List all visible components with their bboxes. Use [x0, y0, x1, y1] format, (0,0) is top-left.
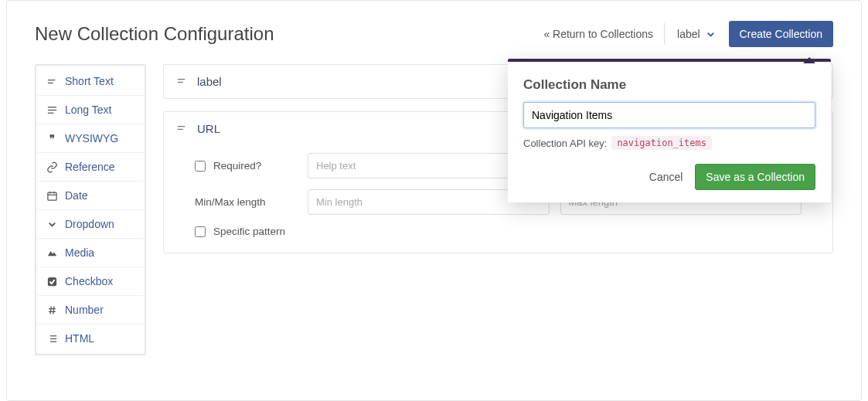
hash-icon — [46, 304, 58, 316]
popover-title: Collection Name — [523, 77, 815, 93]
chevron-down-icon — [705, 29, 717, 40]
sidebar-item-dropdown[interactable]: Dropdown — [38, 210, 143, 239]
sidebar-item-long-text[interactable]: Long Text — [38, 96, 143, 124]
quote-icon: ❞ — [46, 133, 58, 144]
sidebar-item-label: Long Text — [65, 104, 111, 116]
sidebar-item-reference[interactable]: Reference — [38, 153, 143, 182]
api-key-value: navigation_items — [611, 136, 712, 150]
sidebar-item-number[interactable]: Number — [38, 296, 143, 325]
required-checkbox[interactable] — [195, 161, 206, 172]
field-name: label — [197, 75, 222, 88]
page-title: New Collection Configuration — [35, 23, 274, 45]
calendar-icon — [46, 190, 58, 202]
divider — [664, 23, 665, 45]
svg-rect-5 — [47, 192, 56, 200]
svg-rect-10 — [47, 277, 56, 285]
sidebar-item-label: Dropdown — [65, 218, 114, 230]
create-collection-popover: Collection Name Collection API key: navi… — [508, 59, 831, 202]
sidebar-item-label: Reference — [65, 161, 115, 173]
svg-line-14 — [53, 306, 53, 314]
field-type-sidebar: Short Text Long Text ❞ WYSIWYG Reference — [35, 64, 146, 355]
return-to-collections-link[interactable]: « Return to Collections — [543, 28, 653, 40]
api-key-label: Collection API key: — [523, 138, 607, 149]
short-text-icon — [46, 76, 58, 87]
sidebar-item-label: Checkbox — [65, 275, 113, 287]
create-collection-button[interactable]: Create Collection — [729, 21, 833, 47]
sidebar-item-label: Number — [65, 304, 104, 316]
dropdown-label: label — [677, 28, 700, 40]
chevron-down-icon — [46, 219, 58, 230]
sidebar-item-date[interactable]: Date — [38, 182, 143, 210]
sidebar-item-checkbox[interactable]: Checkbox — [38, 267, 143, 296]
image-icon — [46, 247, 58, 259]
list-icon — [46, 333, 58, 345]
collection-name-input[interactable] — [523, 102, 815, 128]
minmax-label: Min/Max length — [195, 196, 295, 208]
svg-marker-9 — [47, 251, 56, 256]
sidebar-item-html[interactable]: HTML — [38, 325, 143, 352]
link-icon — [46, 161, 58, 173]
sidebar-item-label: WYSIWYG — [65, 132, 118, 144]
field-name: URL — [197, 122, 220, 135]
long-text-icon — [46, 104, 58, 116]
checkbox-icon — [46, 276, 58, 287]
sidebar-item-label: Short Text — [65, 75, 114, 87]
sidebar-item-short-text[interactable]: Short Text — [38, 67, 143, 96]
sidebar-item-label: Media — [65, 246, 94, 259]
sidebar-item-label: Date — [65, 189, 88, 202]
pattern-checkbox[interactable] — [195, 226, 206, 237]
short-text-icon — [176, 75, 188, 89]
cancel-button[interactable]: Cancel — [649, 171, 683, 183]
save-as-collection-button[interactable]: Save as a Collection — [695, 164, 815, 190]
pattern-label: Specific pattern — [213, 226, 285, 237]
sidebar-item-wysiwyg[interactable]: ❞ WYSIWYG — [38, 124, 143, 153]
short-text-icon — [176, 122, 188, 136]
required-label: Required? — [213, 160, 261, 172]
svg-line-13 — [50, 306, 51, 314]
field-selector-dropdown[interactable]: label — [676, 25, 718, 43]
sidebar-item-label: HTML — [65, 332, 94, 345]
sidebar-item-media[interactable]: Media — [38, 239, 143, 267]
